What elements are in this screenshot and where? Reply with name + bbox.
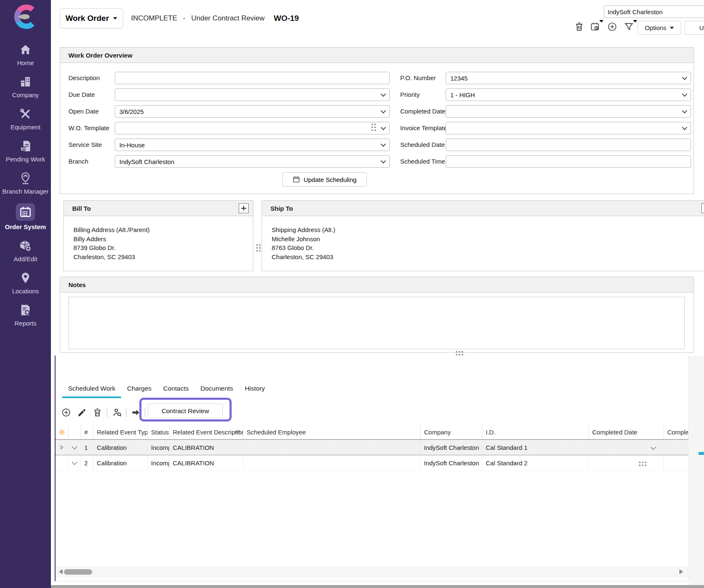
filter-button[interactable] (624, 22, 635, 33)
vertical-scrollbar-thumb[interactable] (699, 452, 704, 455)
cell-description[interactable]: CALIBRATION (169, 440, 243, 455)
column-header[interactable]: Scheduled Employee (243, 425, 421, 439)
branch-search-input[interactable] (604, 5, 704, 18)
update-scheduling-button[interactable]: Update Scheduling (282, 172, 367, 187)
add-row-button[interactable] (61, 408, 71, 418)
page-scrollbar[interactable] (51, 585, 704, 588)
chevron-down-icon (633, 20, 637, 23)
delete-button[interactable] (574, 22, 585, 33)
table-row[interactable]: 1 Calibration Incomplete CALIBRATION Ind… (56, 439, 689, 455)
vertical-scrollbar-track[interactable] (689, 356, 704, 585)
scheduled-time-input[interactable] (446, 155, 691, 168)
branch-select[interactable]: IndySoft Charleston (115, 155, 390, 168)
tab-history[interactable]: History (239, 381, 271, 398)
column-header[interactable]: Completed By (664, 425, 689, 439)
scroll-right-arrow[interactable] (679, 569, 683, 574)
status-separator: - (183, 14, 186, 23)
sidebar-item-add-edit[interactable]: Add/Edit (1, 239, 50, 263)
options-button[interactable]: Options (638, 21, 681, 35)
open-date-select[interactable]: 3/6/2025 (115, 105, 390, 118)
cell-employee[interactable] (243, 455, 421, 471)
sidebar-item-branch-manager[interactable]: Branch Manager (1, 171, 50, 195)
table-header-row: # Related Event Type Status Related Even… (56, 425, 689, 439)
detail-tabs-panel: Scheduled Work Charges Contacts Document… (55, 356, 689, 581)
cell-company[interactable]: IndySoft Charleston (421, 440, 482, 455)
cell-company[interactable]: IndySoft Charleston (421, 455, 482, 471)
add-bill-to-button[interactable] (239, 203, 249, 213)
cell-completed-by[interactable] (664, 440, 689, 455)
row-dropdown[interactable] (68, 440, 81, 455)
table-row[interactable]: 2 Calibration Incomplete CALIBRATION Ind… (56, 455, 689, 471)
utilities-button[interactable]: Utilities (684, 21, 704, 35)
description-input[interactable] (115, 72, 390, 84)
work-order-number: WO-19 (274, 14, 299, 23)
ship-to-panel: Ship To Shipping Address (Alt.) Michelle… (262, 200, 704, 271)
field-label: Scheduled Time (400, 155, 445, 168)
sidebar-item-pending-work[interactable]: $ Pending Work (1, 139, 50, 163)
entity-selector-button[interactable]: Work Order (60, 8, 123, 28)
due-date-select[interactable] (115, 88, 390, 101)
send-forward-icon[interactable] (131, 408, 141, 418)
panel-resize-handle[interactable] (256, 244, 258, 246)
sidebar-item-equipment[interactable]: Equipment (1, 107, 50, 131)
cell-num[interactable]: 2 (81, 455, 93, 471)
sidebar-item-company[interactable]: Company (1, 75, 50, 99)
add-button[interactable] (607, 22, 618, 33)
cell-description[interactable]: CALIBRATION (169, 455, 243, 471)
cell-type[interactable]: Calibration (93, 440, 148, 455)
cell-completed-by[interactable] (664, 455, 689, 471)
column-header[interactable]: # (81, 425, 93, 439)
notes-textarea[interactable] (68, 297, 685, 349)
delete-row-button[interactable] (93, 408, 103, 418)
column-header[interactable]: Status (148, 425, 169, 439)
cell-status[interactable]: Incomplete (148, 440, 169, 455)
sidebar-item-locations[interactable]: Locations (1, 271, 50, 295)
add-edit-icon (18, 239, 33, 253)
invoice-template-select[interactable] (446, 122, 691, 134)
column-header[interactable]: Related Event Description (169, 425, 243, 439)
tab-documents[interactable]: Documents (194, 381, 239, 398)
branch-manager-icon (18, 171, 33, 185)
priority-select[interactable]: 1 - HIGH (446, 88, 691, 101)
chevron-down-icon[interactable] (651, 444, 656, 450)
contract-review-button[interactable]: Contract Review (148, 404, 223, 419)
horizontal-scrollbar[interactable] (56, 566, 688, 578)
cell-employee[interactable] (243, 440, 421, 455)
cell-completed-date[interactable] (589, 455, 664, 471)
sort-icon[interactable] (234, 428, 241, 435)
add-ship-to-button[interactable] (701, 203, 704, 213)
column-header[interactable]: Related Event Type (93, 425, 148, 439)
cell-num[interactable]: 1 (81, 440, 93, 455)
column-header[interactable]: Company (421, 425, 482, 439)
tab-scheduled-work[interactable]: Scheduled Work (62, 381, 121, 398)
column-header[interactable]: Completed Date (589, 425, 664, 439)
cell-id[interactable]: Cal Standard 1 (482, 440, 589, 455)
grid-resize-handle[interactable] (639, 462, 641, 463)
tab-charges[interactable]: Charges (121, 381, 157, 398)
calendar-schedule-button[interactable] (590, 22, 601, 33)
sidebar-item-reports[interactable]: Reports (1, 303, 50, 327)
employee-search-button[interactable] (113, 408, 123, 418)
column-resize-handle[interactable] (371, 124, 373, 125)
cell-id[interactable]: Cal Standard 2 (482, 455, 589, 471)
completed-date-select[interactable] (446, 105, 691, 118)
cell-type[interactable]: Calibration (93, 455, 148, 471)
sidebar: Home Company Equipment $ Pending Work Br… (0, 0, 51, 588)
service-site-select[interactable]: In-House (115, 139, 390, 151)
sidebar-item-home[interactable]: Home (1, 43, 50, 67)
wo-template-select[interactable] (115, 122, 390, 134)
cell-completed-date[interactable] (589, 440, 664, 455)
cell-status[interactable]: Incomplete (148, 455, 169, 471)
edit-row-button[interactable] (77, 408, 87, 418)
panel-resize-handle[interactable] (456, 351, 457, 353)
column-header[interactable]: I.D. (482, 425, 589, 439)
scroll-left-arrow[interactable] (59, 569, 63, 574)
po-number-select[interactable]: 12345 (446, 72, 691, 84)
row-dropdown[interactable] (68, 455, 81, 471)
scheduled-date-input[interactable] (446, 139, 691, 151)
scrollbar-thumb[interactable] (64, 569, 92, 575)
sidebar-item-order-system[interactable]: Order System (1, 203, 50, 231)
tab-contacts[interactable]: Contacts (157, 381, 194, 398)
sun-icon (56, 425, 68, 439)
row-expander[interactable] (56, 440, 68, 455)
